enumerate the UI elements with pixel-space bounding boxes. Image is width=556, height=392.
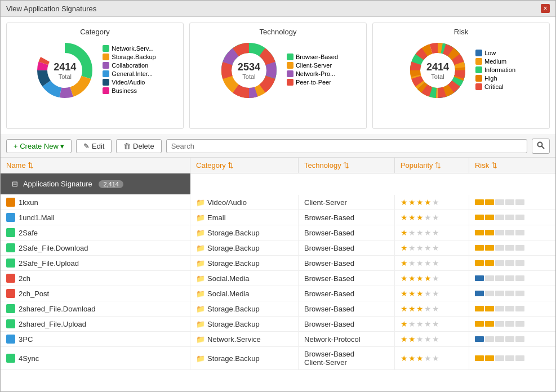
star-icon: ★ [408,198,416,207]
star-icon: ★ [408,213,416,222]
star-icon: ★ [432,289,439,298]
col-category[interactable]: Category ⇅ [190,158,299,173]
category-total-label: Total [54,73,76,80]
close-button[interactable]: × [541,4,550,13]
risk-bar [515,230,524,235]
create-new-button[interactable]: + Create New ▾ [6,139,72,153]
technology-count: 2534 [238,61,260,73]
technology-total-label: Total [238,73,260,80]
risk-bar [505,321,514,327]
star-icon: ★ [432,354,439,363]
star-icon: ★ [401,354,408,363]
risk-bar [495,355,504,361]
star-icon: ★ [416,259,424,268]
table-row: 2Safe_File.Download📁Storage.BackupBrowse… [1,240,555,256]
risk-bar [475,215,484,220]
cell-category: 📁Network.Service [190,332,299,347]
risk-bar [485,291,494,296]
star-icon: ★ [401,198,408,207]
category-legend: Network.Serv... Storage.Backup Collabora… [103,45,155,96]
charts-panel: Category 2414 Total [1,17,555,135]
col-popularity[interactable]: Popularity ⇅ [394,158,469,173]
star-icon: ★ [416,228,424,237]
cell-popularity: ★★★★★ [394,271,469,286]
search-button[interactable] [532,139,550,154]
cell-category: 📁Social.Media [190,286,299,301]
cell-technology: Browser-Based [299,210,395,225]
star-icon: ★ [416,213,424,222]
star-icon: ★ [424,319,432,328]
cell-name: 3PC [1,332,190,347]
cell-technology: Browser-Based [299,271,395,286]
group-header-row: ⊟ Application Signature 2,414 [1,173,190,195]
star-icon: ★ [416,319,424,328]
star-icon: ★ [401,213,408,222]
cell-popularity: ★★★★★ [394,286,469,301]
star-icon: ★ [424,198,432,207]
risk-bar [475,355,484,361]
cell-popularity: ★★★★★ [394,301,469,317]
star-icon: ★ [424,304,432,313]
table-row: 4Sync📁Storage.BackupBrowser-BasedClient-… [1,347,555,370]
risk-total-label: Total [426,73,449,80]
risk-bar [515,336,524,342]
risk-bar [515,321,524,327]
group-label: Application Signature [23,180,92,188]
risk-bar [485,275,494,281]
cell-category: 📁Social.Media [190,271,299,286]
star-icon: ★ [424,289,432,298]
cell-popularity: ★★★★★ [394,256,469,271]
technology-legend: Browser-Based Client-Server Network-Pro.… [287,54,338,87]
col-name[interactable]: Name ⇅ [1,158,190,173]
risk-bar [475,275,484,281]
risk-bar [505,306,514,311]
cell-popularity: ★★★★★ [394,347,469,370]
cell-technology: Browser-Based [299,301,395,317]
cell-popularity: ★★★★★ [394,210,469,225]
technology-chart: Technology 2534 Total Browser-Based [189,23,367,129]
edit-button[interactable]: ✎ Edit [76,139,112,153]
risk-legend: Low Medium Information High Critical [475,50,515,92]
category-chart: Category 2414 Total [6,23,184,129]
star-icon: ★ [408,228,416,237]
star-icon: ★ [424,243,432,252]
risk-bar [515,291,524,296]
risk-bar [485,336,494,342]
star-icon: ★ [424,335,432,344]
risk-bar [495,275,504,281]
col-technology[interactable]: Technology ⇅ [299,158,395,173]
cell-category: 📁Storage.Backup [190,225,299,240]
cell-name: 1und1.Mail [1,210,190,225]
risk-bar [495,306,504,311]
star-icon: ★ [401,304,408,313]
search-icon [537,141,545,149]
table-row: 2Safe_File.Upload📁Storage.BackupBrowser-… [1,256,555,271]
search-input[interactable] [166,139,527,153]
risk-bar [495,199,504,205]
table-row: 2shared_File.Upload📁Storage.BackupBrowse… [1,317,555,332]
star-icon: ★ [401,274,408,283]
cell-technology: Browser-Based [299,225,395,240]
risk-bar [485,230,494,235]
risk-count: 2414 [426,61,449,73]
star-icon: ★ [416,198,424,207]
app-signatures-table: Name ⇅ Category ⇅ Technology ⇅ Popularit… [1,158,555,370]
cell-name: 2ch [1,271,190,286]
col-risk[interactable]: Risk ⇅ [469,158,555,173]
table-row: 3PC📁Network.ServiceNetwork-Protocol★★★★★ [1,332,555,347]
cell-popularity: ★★★★★ [394,225,469,240]
cell-popularity: ★★★★★ [394,317,469,332]
group-collapse-icon[interactable]: ⊟ [12,180,18,188]
risk-bar [475,291,484,296]
risk-bar [495,321,504,327]
delete-button[interactable]: 🗑 Delete [116,139,161,153]
risk-bar [475,245,484,251]
cell-risk [469,286,555,301]
star-icon: ★ [401,228,408,237]
risk-bar [505,215,514,220]
risk-bar [475,306,484,311]
risk-chart: Risk 2414 Total Low [372,23,550,129]
star-icon: ★ [424,228,432,237]
star-icon: ★ [408,289,416,298]
risk-bar [505,275,514,281]
